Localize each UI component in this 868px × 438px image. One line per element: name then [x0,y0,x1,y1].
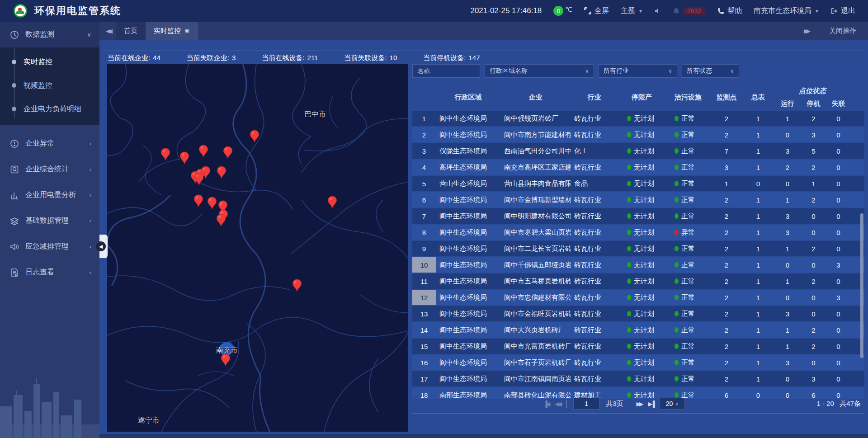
row-index: 8 [412,225,436,240]
cell-facility-status: 正常 [665,212,711,221]
cell-points: 2 [711,229,742,236]
map-pin-icon[interactable] [207,197,217,210]
cell-region: 阆中生态环境局 [436,212,500,221]
cell-region: 高坪生态环境局 [436,163,500,172]
map-pin-icon[interactable] [327,196,337,209]
status-filter-select[interactable]: 所有状态 ∨ [682,64,739,78]
map-pin-icon[interactable] [221,353,231,367]
table-row[interactable]: 11 阆中生态环境局 阆中市五马桥页岩机砖 砖瓦行业 无计划 正常 2 [412,273,864,289]
last-page-icon[interactable]: ▶▐ [648,400,653,407]
sidebar-item-label: 数据监测 [25,30,54,39]
col-facility: 治污设施 [665,93,711,103]
region-filter-select[interactable]: 行政区域名称 ∨ [485,64,594,78]
sidebar-item-data-monitoring[interactable]: 数据监测 ∨ [0,22,99,47]
map-pin-icon[interactable] [193,194,203,208]
cell-limit-status: 无计划 [618,179,665,188]
table-row[interactable]: 12 阆中生态环境局 阆中市忠信建材有限公 砖瓦行业 无计划 正常 2 [412,290,864,305]
map-pin-icon[interactable] [217,166,226,179]
table-row[interactable]: 3 仪陇生态环境局 西南油气田分公司川中 化工 无计划 正常 7 [412,143,864,159]
table-row[interactable]: 17 阆中生态环境局 阆中市江南镇阆南页岩 砖瓦行业 无计划 正常 2 [412,371,864,386]
megaphone-icon [10,242,19,251]
map-pin-icon[interactable] [250,130,259,143]
close-operations-button[interactable]: 关闭操作 [829,27,856,35]
sidebar-item-enterprise-abnormal[interactable]: 企业异常 ‹ [0,131,99,156]
first-page-icon[interactable]: ▐◀ [543,400,548,407]
tabs-scroll-left-icon[interactable]: ◀◀ [99,28,116,34]
fullscreen-label: 全屏 [594,6,609,16]
prev-page-icon[interactable]: ◀◀ [555,400,560,407]
tab-home[interactable]: 首页 [116,22,146,40]
cell-region: 阆中生态环境局 [436,277,500,286]
industry-filter-select[interactable]: 所有行业 ∨ [599,64,677,78]
sidebar-item-video-monitoring[interactable]: 视频监控 [0,74,99,97]
sidebar-item-power-load-detail[interactable]: 企业电力负荷明细 [0,97,99,121]
table-row[interactable]: 5 营山生态环境局 营山县润丰肉食品有限 食品 无计划 正常 1 [412,176,864,191]
cell-stop: 2 [801,196,826,204]
sidebar-item-log-view[interactable]: 日志查看 ‹ [0,259,99,285]
table-row[interactable]: 6 阆中生态环境局 阆中市金博瑞新型墙材 砖瓦行业 无计划 正常 2 [412,192,864,207]
status-dot-icon [627,376,631,381]
map-pin-icon[interactable] [292,279,302,292]
table-row[interactable]: 9 阆中生态环境局 阆中市二龙长宝页岩砖 砖瓦行业 无计划 正常 2 [412,241,864,256]
map-pin-icon[interactable] [198,145,208,158]
page-size-select[interactable]: 20 ∨ [660,398,685,410]
cell-meters: 1 [742,147,774,155]
table-row[interactable]: 16 阆中生态环境局 阆中市石子页岩机砖厂 砖瓦行业 无计划 正常 2 [412,355,864,370]
page-number-input[interactable] [573,398,599,410]
cell-region: 阆中生态环境局 [436,342,500,351]
next-page-icon[interactable]: ▶▶ [637,400,642,407]
table-row[interactable]: 13 阆中生态环境局 阆中市金福旺页岩机砖 砖瓦行业 无计划 正常 2 [412,306,864,321]
sidebar-item-base-data[interactable]: 基础数据管理 ‹ [0,208,99,234]
table-row[interactable]: 7 阆中生态环境局 阆中明阳建材有限公司 砖瓦行业 无计划 正常 2 [412,208,864,224]
table-row[interactable]: 4 高坪生态环境局 南充市高坪区王家店建 砖瓦行业 无计划 正常 3 [412,160,864,175]
cell-region: 阆中生态环境局 [436,261,500,269]
chevron-down-icon: ▼ [638,9,643,14]
sidebar-item-enterprise-statistics[interactable]: 企业综合统计 ‹ [0,156,99,182]
table-row[interactable]: 2 阆中生态环境局 阆中市南方节能建材有 砖瓦行业 无计划 正常 2 [412,127,864,142]
table-row[interactable]: 14 阆中生态环境局 阆中大兴页岩机砖厂 砖瓦行业 无计划 正常 2 [412,322,864,338]
cell-meters: 1 [742,326,774,334]
row-index: 16 [412,355,436,370]
theme-dropdown[interactable]: 主题 ▼ [621,6,643,16]
table-row[interactable]: 15 阆中生态环境局 阆中市光富页岩机砖厂 砖瓦行业 无计划 正常 2 [412,339,864,354]
fullscreen-button[interactable]: 全屏 [584,6,609,16]
sidebar-item-power-analysis[interactable]: 企业用电量分析 ‹ [0,182,99,208]
table-row[interactable]: 10 阆中生态环境局 阆中千佛镇五郎垭页岩 砖瓦行业 无计划 正常 2 [412,257,864,273]
sidebar-item-realtime-monitoring[interactable]: 实时监控 [0,50,99,74]
cell-facility-status: 正常 [665,179,711,188]
map-pin-icon[interactable] [160,148,170,161]
map-pin-icon[interactable] [179,151,189,165]
org-dropdown[interactable]: 南充市生态环境局 ▼ [754,6,819,16]
col-limit: 停限产 [618,93,665,103]
tabs-scroll-right-icon[interactable]: ▶▶ [797,28,814,34]
cell-run: 0 [774,261,801,269]
cell-lost: 0 [826,196,851,204]
help-button[interactable]: 帮助 [717,6,742,16]
map-collapse-handle[interactable]: ◀ [99,235,108,258]
temperature-display: 0 ℃ [553,6,572,16]
tab-bar: ◀◀ 首页 实时监控 ⊗ ▶▶ 关闭操作 [99,22,868,40]
tab-realtime-monitoring[interactable]: 实时监控 ⊗ [146,22,198,40]
logout-button[interactable]: 退出 [831,6,855,16]
status-dot-icon [627,344,631,349]
map-panel[interactable]: 巴中市南充市遂宁市 [107,64,408,432]
cell-facility-status: 正常 [665,131,711,139]
map-pin-icon[interactable] [223,146,233,160]
map-pin-icon[interactable] [194,173,204,186]
map-pin-icon[interactable] [216,214,226,227]
table-row[interactable]: 8 阆中生态环境局 阆中市枣碧大梁山页岩 砖瓦行业 无计划 异常 2 [412,225,864,240]
status-dot-icon [675,132,679,137]
notifications[interactable]: 2632 [673,7,706,15]
name-filter-input[interactable] [412,64,480,78]
row-index: 4 [412,160,436,175]
limit-text: 无计划 [634,326,654,334]
table-scrollbar[interactable] [860,213,863,358]
table-row[interactable]: 1 阆中生态环境局 阆中强锐页岩砖厂 砖瓦行业 无计划 正常 2 [412,111,864,126]
cell-lost: 0 [826,343,851,350]
tab-close-icon[interactable]: ⊗ [184,27,190,34]
cell-points: 2 [711,278,742,285]
mute-button[interactable] [655,8,661,14]
cell-facility-status: 正常 [665,277,711,286]
sidebar-item-emergency-reduction[interactable]: 应急减排管理 ‹ [0,234,99,259]
cell-industry: 砖瓦行业 [571,326,618,334]
